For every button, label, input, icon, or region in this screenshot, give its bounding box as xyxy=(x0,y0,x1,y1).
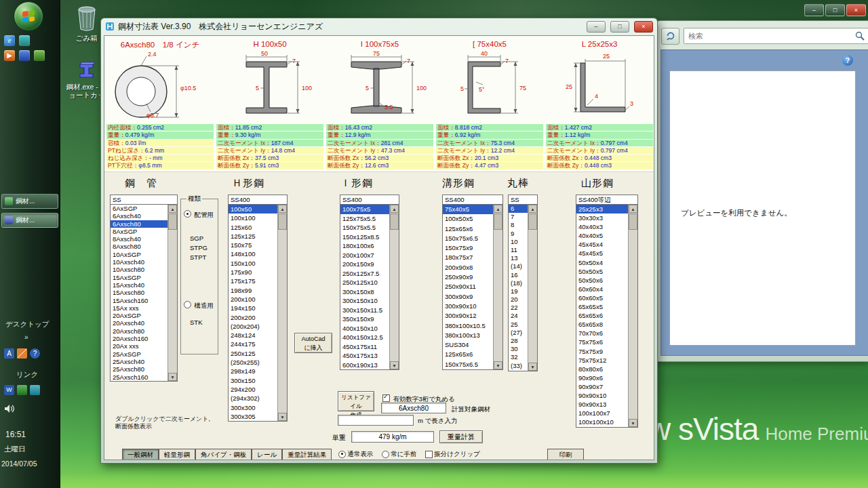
clip-checkbox[interactable] xyxy=(425,451,433,458)
list-item[interactable]: 75x75x6 xyxy=(576,338,629,346)
list-item[interactable]: 65x65x5 xyxy=(576,302,629,311)
list-item[interactable]: 13 xyxy=(509,254,528,262)
bottom-tab[interactable]: 一般鋼材 xyxy=(122,449,159,460)
photo-gallery-icon[interactable] xyxy=(19,35,30,46)
weight-calc-button[interactable]: 重量計算 xyxy=(439,430,483,443)
scrollbar[interactable]: ▲▼ xyxy=(628,205,637,427)
close-button[interactable]: × xyxy=(846,4,866,16)
list-item[interactable]: 50x50x6 xyxy=(576,276,629,285)
list-item[interactable]: 100x50 xyxy=(229,205,278,214)
list-item[interactable]: 250x90x11 xyxy=(443,282,494,291)
list-item[interactable]: 25Axsch160 xyxy=(111,373,168,381)
scrollbar[interactable]: ▲▼ xyxy=(167,205,177,381)
list-item[interactable]: 150x125x8.5 xyxy=(340,232,390,242)
scroll-thumb[interactable] xyxy=(494,214,502,230)
list-item[interactable]: 300x300 xyxy=(229,403,278,412)
bottom-tab[interactable]: レール xyxy=(252,449,282,460)
list-item[interactable]: 25x25x3 xyxy=(576,205,629,214)
list-item[interactable]: 32 xyxy=(509,353,528,361)
list-item[interactable]: (18) xyxy=(509,279,528,287)
piping-radio[interactable] xyxy=(184,210,191,218)
list-item[interactable]: 8AxSGP xyxy=(111,228,168,235)
scroll-thumb[interactable] xyxy=(629,214,637,230)
list-item[interactable]: 248x124 xyxy=(229,331,278,340)
autocad-insert-button[interactable]: AutoCad に挿入 xyxy=(294,333,332,353)
tray-icon[interactable] xyxy=(30,385,40,395)
list-item[interactable]: 80x80x6 xyxy=(576,365,629,373)
scroll-thumb[interactable] xyxy=(278,214,287,230)
list-item[interactable]: 100x100 xyxy=(229,214,278,222)
list-item[interactable]: 250x125 xyxy=(229,349,278,358)
list-item[interactable]: 380x100x10.5 xyxy=(443,321,494,331)
list-item[interactable]: 300x150x11.5 xyxy=(340,306,390,315)
list-item[interactable]: 150x75x9 xyxy=(443,243,494,253)
list-item[interactable]: 6 xyxy=(509,205,528,213)
list-item[interactable]: 198x99 xyxy=(229,286,278,295)
list-item[interactable]: 90x90x7 xyxy=(576,382,629,391)
scrollbar[interactable]: ▲▼ xyxy=(389,205,399,369)
list-item[interactable]: (200x204) xyxy=(229,322,278,331)
minimize-button[interactable]: – xyxy=(804,4,824,16)
list-item[interactable]: 15Ax xxs xyxy=(111,304,168,312)
pen-tool-icon[interactable] xyxy=(17,348,27,359)
internet-explorer-icon[interactable]: e xyxy=(4,35,15,46)
list-item[interactable]: 15Axsch80 xyxy=(111,289,168,296)
round-digits-checkbox[interactable] xyxy=(382,394,390,402)
list-item[interactable]: 75x75x12 xyxy=(576,356,629,365)
list-item[interactable]: 200x90x8 xyxy=(443,263,494,272)
list-item[interactable]: (294x302) xyxy=(229,394,278,403)
list-item[interactable]: 24 xyxy=(509,312,528,320)
minimize-button[interactable]: – xyxy=(587,21,606,33)
list-item[interactable]: 298x149 xyxy=(229,367,278,375)
list-item[interactable]: 125x60 xyxy=(229,223,278,232)
list-item[interactable]: 28 xyxy=(509,337,528,345)
list-item[interactable]: 150x75x6.5 xyxy=(443,360,494,369)
list-item[interactable]: 350x150x9 xyxy=(340,314,390,324)
close-button[interactable]: × xyxy=(634,21,653,33)
list-item[interactable]: 100x75x5 xyxy=(340,205,390,214)
list-item[interactable]: 150x75 xyxy=(229,241,278,249)
list-item[interactable]: 450x175x13 xyxy=(340,351,390,361)
list-item[interactable]: (250x255) xyxy=(229,358,278,367)
i-beam-list[interactable]: 100x75x5125x75x5.5150x75x5.5150x125x8.51… xyxy=(340,204,399,370)
list-item[interactable]: 100x100x7 xyxy=(576,409,629,418)
maximize-button[interactable]: □ xyxy=(610,21,629,33)
list-item[interactable]: 20 xyxy=(509,296,528,304)
list-item[interactable]: 60x60x5 xyxy=(576,293,629,302)
list-item[interactable]: 148x100 xyxy=(229,249,278,258)
list-item[interactable]: 244x175 xyxy=(229,340,278,348)
list-item[interactable]: 65x65x6 xyxy=(576,311,629,320)
list-item[interactable]: 40x40x5 xyxy=(576,231,629,240)
list-item[interactable]: 294x200 xyxy=(229,385,278,394)
help-button[interactable]: ? xyxy=(842,55,853,66)
angle-list[interactable]: 25x25x330x30x340x40x340x40x545x45x445x45… xyxy=(576,204,638,428)
word-doc-icon[interactable]: W xyxy=(4,385,14,395)
list-item[interactable]: 125x75x5.5 xyxy=(340,214,390,224)
list-file-button[interactable]: リストファイル 作成 xyxy=(338,391,374,411)
list-item[interactable]: 10 xyxy=(509,238,528,246)
list-item[interactable]: 90x90x13 xyxy=(576,400,629,409)
pipe-list[interactable]: 6AxSGP6Axsch406Axsch808AxSGP8Axsch408Axs… xyxy=(110,204,178,382)
channel-list[interactable]: 75x40x5100x50x5125x65x6150x75x6.5150x75x… xyxy=(442,204,503,370)
taskbar-window-button-1[interactable]: 鋼材... xyxy=(1,194,58,209)
list-item[interactable]: 250x90x9 xyxy=(443,272,494,282)
list-item[interactable]: 8Axsch80 xyxy=(111,243,168,250)
list-item[interactable]: 6Axsch80 xyxy=(111,220,168,228)
list-item[interactable]: 45x45x4 xyxy=(576,240,629,249)
list-item[interactable]: 7 xyxy=(509,213,528,221)
list-item[interactable]: (14) xyxy=(509,262,528,270)
length-input[interactable] xyxy=(338,415,414,426)
list-item[interactable]: 20AxSGP xyxy=(111,312,168,319)
list-item[interactable]: 125x125 xyxy=(229,232,278,241)
list-item[interactable]: 8 xyxy=(509,221,528,229)
list-item[interactable]: 300x150x8 xyxy=(340,287,390,297)
list-item[interactable]: 25AxSGP xyxy=(111,350,168,358)
list-item[interactable]: 30x30x3 xyxy=(576,214,629,222)
list-item[interactable]: 400x150x10 xyxy=(340,324,390,333)
bottom-tab[interactable]: 軽量形鋼 xyxy=(159,449,195,460)
list-item[interactable]: 20Axsch40 xyxy=(111,319,168,327)
list-item[interactable]: (27) xyxy=(509,329,528,337)
always-front-radio[interactable] xyxy=(382,451,389,458)
round-bar-list[interactable]: 6789101113(14)16(18)1920222425(27)283032… xyxy=(508,204,538,371)
scroll-thumb[interactable] xyxy=(168,214,177,230)
